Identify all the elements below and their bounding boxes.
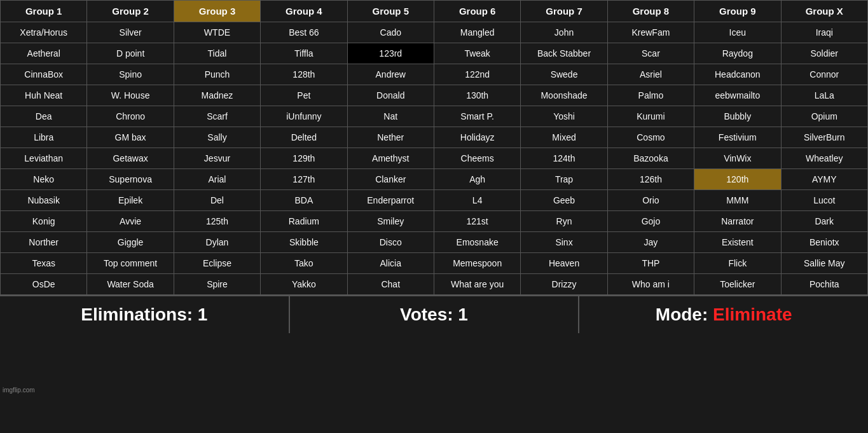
cell-r3-c1: W. House [87, 85, 174, 106]
cell-r12-c5: What are you [434, 274, 520, 295]
cell-r1-c3: Tiffla [261, 43, 347, 64]
cell-r10-c5: Emosnake [434, 232, 520, 253]
table-row: NortherGiggleDylanSkibbleDiscoEmosnakeSi… [1, 232, 868, 253]
cell-r6-c5: Cheems [434, 148, 520, 169]
table-row: DeaChronoScarfiUnfunnyNatSmart P.YoshiKu… [1, 106, 868, 127]
table-row: TexasTop commentEclipseTakoAliciaMemespo… [1, 253, 868, 274]
cell-r0-c5: Mangled [434, 22, 520, 43]
cell-r9-c9: Dark [781, 211, 867, 232]
cell-r10-c0: Norther [1, 232, 87, 253]
cell-r2-c3: 128th [261, 64, 347, 85]
table-row: NubasikEpilekDelBDAEnderparrotL4GeebOrio… [1, 190, 868, 211]
cell-r9-c1: Avvie [87, 211, 174, 232]
cell-r4-c4: Nat [347, 106, 434, 127]
cell-r3-c6: Moonshade [521, 85, 607, 106]
cell-r12-c4: Chat [347, 274, 434, 295]
header-group-3: Group 3 [174, 1, 260, 22]
cell-r12-c2: Spire [174, 274, 260, 295]
cell-r3-c4: Donald [347, 85, 434, 106]
cell-r2-c1: Spino [87, 64, 174, 85]
cell-r4-c6: Yoshi [521, 106, 607, 127]
cell-r10-c3: Skibble [261, 232, 347, 253]
cell-r3-c9: LaLa [781, 85, 867, 106]
cell-r7-c7: 126th [607, 169, 694, 190]
cell-r2-c9: Connor [781, 64, 867, 85]
cell-r6-c9: Wheatley [781, 148, 867, 169]
cell-r11-c0: Texas [1, 253, 87, 274]
cell-r12-c8: Toelicker [694, 274, 781, 295]
cell-r7-c9: AYMY [781, 169, 867, 190]
header-row: Group 1Group 2Group 3Group 4Group 5Group… [1, 1, 868, 22]
cell-r2-c0: CinnaBox [1, 64, 87, 85]
cell-r8-c0: Nubasik [1, 190, 87, 211]
cell-r6-c0: Leviathan [1, 148, 87, 169]
cell-r4-c5: Smart P. [434, 106, 520, 127]
cell-r9-c5: 121st [434, 211, 520, 232]
cell-r5-c7: Cosmo [607, 127, 694, 148]
header-group-7: Group 7 [521, 1, 607, 22]
cell-r1-c1: D point [87, 43, 174, 64]
cell-r0-c7: KrewFam [607, 22, 694, 43]
cell-r7-c2: Arial [174, 169, 260, 190]
cell-r6-c4: Amethyst [347, 148, 434, 169]
cell-r6-c2: Jesvur [174, 148, 260, 169]
cell-r6-c8: VinWix [694, 148, 781, 169]
cell-r5-c9: SilverBurn [781, 127, 867, 148]
eliminations-text: Eliminations: 1 [81, 305, 207, 325]
cell-r5-c3: Delted [261, 127, 347, 148]
cell-r2-c4: Andrew [347, 64, 434, 85]
cell-r12-c1: Water Soda [87, 274, 174, 295]
main-container: Group 1Group 2Group 3Group 4Group 5Group… [0, 0, 868, 333]
cell-r1-c8: Raydog [694, 43, 781, 64]
cell-r8-c9: Lucot [781, 190, 867, 211]
cell-r8-c8: MMM [694, 190, 781, 211]
cell-r4-c2: Scarf [174, 106, 260, 127]
cell-r9-c6: Ryn [521, 211, 607, 232]
cell-r10-c2: Dylan [174, 232, 260, 253]
cell-r4-c0: Dea [1, 106, 87, 127]
cell-r6-c1: Getawax [87, 148, 174, 169]
table-row: CinnaBoxSpinoPunch128thAndrew122ndSwedeA… [1, 64, 868, 85]
cell-r0-c8: Iceu [694, 22, 781, 43]
cell-r1-c5: Tweak [434, 43, 520, 64]
table-row: LibraGM baxSallyDeltedNetherHolidayzMixe… [1, 127, 868, 148]
cell-r7-c6: Trap [521, 169, 607, 190]
table-wrapper: Group 1Group 2Group 3Group 4Group 5Group… [0, 0, 868, 295]
watermark: imgflip.com [3, 387, 35, 394]
cell-r10-c9: Beniotx [781, 232, 867, 253]
cell-r2-c5: 122nd [434, 64, 520, 85]
table-row: KonigAvvie125thRadiumSmiley121stRynGojoN… [1, 211, 868, 232]
cell-r11-c7: THP [607, 253, 694, 274]
cell-r8-c7: Orio [607, 190, 694, 211]
cell-r3-c5: 130th [434, 85, 520, 106]
footer: Eliminations: 1 Votes: 1 Mode: Eliminate [0, 295, 868, 333]
cell-r11-c4: Alicia [347, 253, 434, 274]
cell-r1-c2: Tidal [174, 43, 260, 64]
cell-r9-c4: Smiley [347, 211, 434, 232]
mode-prefix: Mode: [656, 305, 713, 324]
cell-r12-c0: OsDe [1, 274, 87, 295]
table-row: OsDeWater SodaSpireYakkoChatWhat are you… [1, 274, 868, 295]
cell-r1-c7: Scar [607, 43, 694, 64]
header-group-5: Group 5 [347, 1, 434, 22]
table-row: AetheralD pointTidalTiffla123rdTweakBack… [1, 43, 868, 64]
votes-section: Votes: 1 [290, 296, 580, 333]
cell-r8-c6: Geeb [521, 190, 607, 211]
cell-r2-c7: Asriel [607, 64, 694, 85]
header-group-6: Group 6 [434, 1, 520, 22]
cell-r0-c1: Silver [87, 22, 174, 43]
cell-r11-c8: Flick [694, 253, 781, 274]
cell-r6-c3: 129th [261, 148, 347, 169]
header-group-9: Group 9 [694, 1, 781, 22]
cell-r9-c2: 125th [174, 211, 260, 232]
cell-r9-c3: Radium [261, 211, 347, 232]
cell-r12-c7: Who am i [607, 274, 694, 295]
cell-r10-c8: Existent [694, 232, 781, 253]
cell-r7-c5: Agh [434, 169, 520, 190]
cell-r6-c6: 124th [521, 148, 607, 169]
cell-r8-c5: L4 [434, 190, 520, 211]
cell-r11-c6: Heaven [521, 253, 607, 274]
cell-r8-c4: Enderparrot [347, 190, 434, 211]
cell-r3-c8: eebwmailto [694, 85, 781, 106]
cell-r9-c8: Narrator [694, 211, 781, 232]
